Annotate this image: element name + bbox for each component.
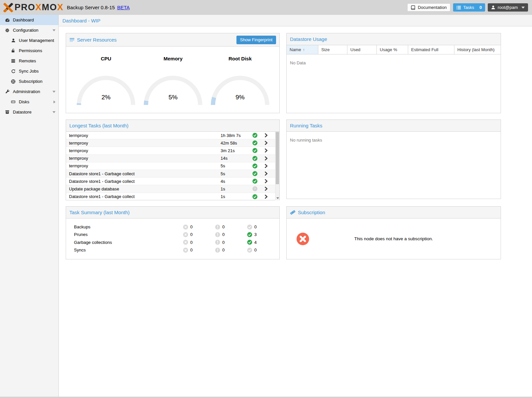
column-header-usage[interactable]: Usage % — [377, 45, 408, 54]
task-row[interactable]: Datastore store1 - Garbage collect1s — [66, 193, 279, 201]
sidebar-item-subscription[interactable]: Subscription — [0, 76, 58, 86]
tasks-button[interactable]: Tasks 0 — [453, 3, 485, 12]
sidebar-item-label: Dashboard — [13, 17, 34, 22]
gear-icon — [4, 28, 11, 33]
sidebar-item-label: Administration — [13, 89, 40, 94]
ok-count-icon — [247, 248, 252, 253]
unlock-icon — [10, 49, 17, 53]
scrollbar-thumb[interactable] — [276, 132, 279, 184]
sidebar-item-label: Permissions — [19, 48, 42, 53]
user-label: root@pam — [498, 5, 518, 10]
task-duration: 5s — [221, 163, 250, 168]
task-row[interactable]: termproxy3m 21s — [66, 147, 279, 154]
task-name: termproxy — [69, 141, 221, 146]
task-duration: 1h 38m 7s — [221, 133, 250, 138]
sidebar-item-permissions[interactable]: Permissions — [0, 46, 58, 56]
gauge-label: Memory — [142, 56, 204, 61]
server-resources-body: CPU2%Memory5%Root Disk9% — [66, 47, 279, 113]
sidebar-item-sync-jobs[interactable]: Sync Jobs — [0, 66, 58, 76]
task-open-chevron[interactable] — [260, 164, 272, 168]
lifering-icon — [10, 79, 17, 84]
vertical-scrollbar[interactable] — [275, 132, 279, 200]
sidebar: DashboardConfigurationUser ManagementPer… — [0, 15, 59, 397]
column-header-label: Name — [290, 47, 301, 52]
task-row[interactable]: Datastore store1 - Garbage collect4s — [66, 178, 279, 185]
sidebar-item-remotes[interactable]: Remotes — [0, 56, 58, 66]
show-fingerprint-button[interactable]: Show Fingerprint — [236, 36, 276, 44]
task-row[interactable]: termproxy42m 58s — [66, 139, 279, 147]
expander-down-icon[interactable] — [53, 111, 55, 113]
ticket-icon — [290, 210, 296, 215]
top-bar: PROXMOX Backup Server 0.8-15 BETA Docume… — [0, 0, 532, 15]
beta-link[interactable]: BETA — [117, 5, 130, 10]
task-open-chevron[interactable] — [260, 156, 272, 161]
longest-tasks-rows: termproxy1h 38m 7stermproxy42m 58stermpr… — [66, 132, 279, 200]
task-open-chevron[interactable] — [260, 186, 272, 191]
sidebar-item-datastore[interactable]: Datastore — [0, 107, 58, 117]
task-row[interactable]: Update package database1s? — [66, 185, 279, 193]
task-row[interactable]: termproxy1h 38m 7s — [66, 132, 279, 139]
column-header-label: Used — [350, 47, 360, 52]
error-count-icon — [183, 232, 188, 237]
running-tasks-empty-text: No running tasks — [290, 138, 497, 143]
brand-wordmark: PROXMOX — [15, 2, 64, 13]
task-open-chevron[interactable] — [260, 179, 272, 183]
task-summary-title: Task Summary (last Month) — [69, 210, 130, 215]
column-header-estimated-full[interactable]: Estimated Full — [408, 45, 454, 54]
user-menu-button[interactable]: root@pam — [488, 3, 528, 12]
task-list-icon — [456, 5, 461, 10]
tasks-count-badge: 0 — [479, 5, 482, 10]
column-header-name[interactable]: Name↑ — [287, 45, 318, 54]
task-name: Datastore store1 - Garbage collect — [69, 171, 221, 176]
ok-count: 4 — [254, 240, 257, 245]
task-open-chevron[interactable] — [260, 148, 272, 153]
server-resources-icon — [69, 38, 75, 42]
ok-count-icon — [247, 224, 252, 230]
task-open-chevron[interactable] — [260, 133, 272, 138]
documentation-button[interactable]: Documentation — [407, 3, 450, 12]
task-open-chevron[interactable] — [260, 171, 272, 176]
error-count: 0 — [190, 232, 193, 237]
task-duration: 4s — [221, 179, 250, 184]
task-row[interactable]: termproxy5s — [66, 162, 279, 170]
sidebar-item-disks[interactable]: Disks — [0, 97, 58, 107]
gauge-value: 2% — [75, 94, 137, 101]
bottom-strip — [0, 397, 532, 398]
gauge-memory: Memory5% — [142, 52, 204, 113]
book-icon — [411, 5, 415, 10]
scrollbar-down-button[interactable] — [275, 196, 279, 200]
column-header-history-last-month[interactable]: History (last Month) — [454, 45, 501, 54]
task-duration: 3m 21s — [221, 148, 250, 153]
sidebar-item-administration[interactable]: Administration — [0, 86, 58, 97]
status-ok-icon — [252, 171, 258, 176]
column-header-size[interactable]: Size — [318, 45, 347, 54]
server-resources-title: Server Resources — [77, 37, 117, 43]
summary-row-backups: Backups000 — [66, 223, 279, 231]
sidebar-item-label: Remotes — [19, 58, 36, 63]
expander-down-icon[interactable] — [53, 29, 55, 31]
product-title: Backup Server 0.8-15 — [67, 5, 115, 10]
refresh-icon — [10, 69, 17, 73]
remotes-icon — [10, 59, 17, 63]
longest-tasks-panel: Longest Tasks (last Month) termproxy1h 3… — [66, 119, 280, 200]
sidebar-item-label: Disks — [19, 99, 29, 104]
tasks-label: Tasks — [463, 5, 474, 10]
expander-down-icon[interactable] — [53, 91, 55, 93]
sidebar-item-configuration[interactable]: Configuration — [0, 25, 58, 35]
gauge-root-disk: Root Disk9% — [209, 52, 271, 113]
datastore-usage-panel: Datastore Usage Name↑SizeUsedUsage %Esti… — [286, 33, 501, 113]
ok-count-icon — [247, 232, 252, 237]
wrench-icon — [4, 89, 11, 94]
expander-right-icon[interactable] — [53, 100, 55, 103]
sidebar-item-label: User Management — [19, 38, 54, 43]
task-open-chevron[interactable] — [260, 141, 272, 145]
task-row[interactable]: termproxy14s — [66, 155, 279, 162]
status-ok-icon — [252, 194, 258, 199]
task-open-chevron[interactable] — [260, 194, 272, 199]
task-row[interactable]: Datastore store1 - Garbage collect5s — [66, 170, 279, 178]
column-header-used[interactable]: Used — [347, 45, 377, 54]
sidebar-item-dashboard[interactable]: Dashboard — [0, 15, 58, 25]
sidebar-item-user-management[interactable]: User Management — [0, 35, 58, 46]
warning-count-icon — [215, 240, 220, 245]
warning-count: 0 — [222, 232, 225, 237]
